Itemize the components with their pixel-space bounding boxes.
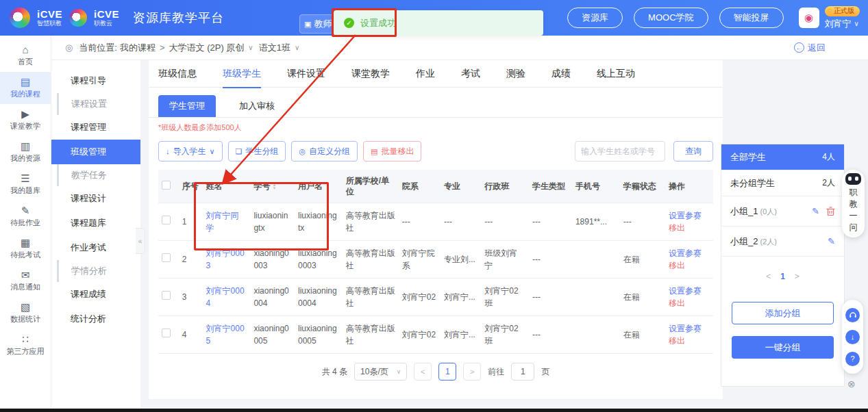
menu-item-homework-exams[interactable]: 作业考试: [51, 235, 140, 260]
set-contest-link[interactable]: 设置参赛: [669, 322, 710, 335]
icve-zhihui-logo-icon: [10, 8, 30, 28]
icve-zhijiaoyun-logo-icon: [69, 9, 87, 27]
help-question-icon[interactable]: ?: [845, 352, 860, 366]
prev-page-button[interactable]: <: [414, 363, 432, 381]
batch-remove-button[interactable]: ▤ 批量移出: [363, 141, 421, 162]
sidebar-item-home[interactable]: ⌂ 首页: [0, 40, 51, 72]
page-number-button[interactable]: 1: [780, 272, 785, 281]
select-all-checkbox[interactable]: [162, 181, 171, 190]
breadcrumb-my-courses[interactable]: 我的课程: [120, 42, 156, 54]
menu-group-course-settings: 课程设置: [57, 93, 140, 115]
sidebar-item-pending-exams[interactable]: ▦ 待批考试: [0, 233, 51, 265]
group-row-group1[interactable]: 小组_1(0人) ✎: [721, 196, 844, 227]
menu-item-course-design[interactable]: 课程设计: [51, 186, 140, 211]
subtab-student-management[interactable]: 学生管理: [158, 95, 216, 117]
set-contest-link[interactable]: 设置参赛: [669, 209, 710, 222]
sort-icon[interactable]: ▲▼: [272, 183, 276, 190]
chevron-down-icon: ∨: [397, 368, 401, 375]
mooc-academy-button[interactable]: MOOC学院: [634, 8, 708, 28]
sidebar-item-third-party-apps[interactable]: ∷ 第三方应用: [0, 329, 51, 361]
table-pagination: 共 4 条 10条/页 ∨ < 1 > 前往 页: [149, 354, 723, 389]
remove-link[interactable]: 移出: [669, 222, 710, 234]
remove-link[interactable]: 移出: [669, 259, 710, 272]
student-search-input[interactable]: [575, 141, 665, 162]
remove-link[interactable]: 移出: [669, 335, 710, 347]
table-header-row: 序号 姓名 学号▲▼ 用户名 所属学校/单位 院系 专业 行政班 学生类型 手机…: [158, 170, 713, 203]
resource-library-button[interactable]: 资源库: [567, 8, 623, 28]
row-checkbox[interactable]: [162, 329, 171, 337]
student-name-link[interactable]: 刘宵宁同学: [206, 211, 239, 233]
next-page-button[interactable]: >: [463, 363, 481, 381]
menu-item-statistical-analysis[interactable]: 统计分析: [51, 307, 140, 331]
row-checkbox[interactable]: [162, 291, 171, 300]
row-checkbox[interactable]: [162, 253, 171, 262]
menu-item-course-grades[interactable]: 课程成绩: [51, 282, 140, 307]
sidebar-item-data-statistics[interactable]: ▧ 数据统计: [0, 297, 51, 329]
close-float-icon[interactable]: ⊗: [847, 378, 856, 389]
student-name-link[interactable]: 刘宵宁0004: [206, 286, 245, 308]
col-student-type: 学生类型: [529, 170, 572, 203]
smart-cast-button[interactable]: 智能投屏: [719, 8, 784, 28]
row-checkbox[interactable]: [162, 216, 171, 224]
sidebar-item-classroom-teaching[interactable]: ▶ 课堂教学: [0, 104, 51, 136]
tab-grades[interactable]: 成绩: [551, 60, 571, 88]
app-window: iCVE 智慧职教 iCVE 职教云 资源库教学平台 资源库 MOOC学院 智能…: [0, 0, 868, 412]
customer-service-icon[interactable]: [845, 308, 860, 322]
tab-class-students[interactable]: 班级学生: [223, 60, 261, 88]
set-contest-link[interactable]: 设置参赛: [669, 285, 710, 297]
set-contest-link[interactable]: 设置参赛: [669, 247, 710, 259]
brand2-name: iCVE: [94, 9, 119, 19]
menu-item-class-management[interactable]: 班级管理: [51, 140, 140, 164]
sidebar-item-question-bank[interactable]: ☰ 我的题库: [0, 168, 51, 201]
sidebar-item-pending-homework[interactable]: ✎ 待批作业: [0, 201, 51, 233]
menu-item-course-question-bank[interactable]: 课程题库: [51, 211, 140, 235]
breadcrumb-class[interactable]: 语文1班: [259, 42, 290, 54]
download-cloud-icon[interactable]: ↓: [845, 330, 860, 344]
sidebar-item-my-resources[interactable]: ▥ 我的资源: [0, 136, 51, 168]
page-number-button[interactable]: 1: [438, 363, 456, 381]
custom-grouping-button[interactable]: ◎ 自定义分组: [291, 141, 358, 162]
tab-homework[interactable]: 作业: [416, 60, 435, 88]
tab-quiz[interactable]: 测验: [506, 60, 525, 88]
chevron-down-icon[interactable]: ∨: [248, 44, 253, 51]
tab-online-interaction[interactable]: 线上互动: [597, 60, 635, 88]
user-menu[interactable]: 刘宵宁 ∨: [825, 18, 859, 30]
import-students-button[interactable]: ↓ 导入学生 ∨: [158, 141, 223, 162]
group-row-group2[interactable]: 小组_2(2人) ✎: [721, 227, 844, 257]
tab-classroom-teaching[interactable]: 课堂教学: [351, 60, 390, 88]
teacher-space-button[interactable]: ▣ 教师: [299, 14, 336, 34]
student-name-link[interactable]: 刘宵宁0005: [206, 324, 245, 346]
chevron-down-icon[interactable]: ∨: [295, 44, 299, 51]
student-grouping-button[interactable]: ❏ 学生分组: [228, 141, 286, 162]
group-row-ungrouped[interactable]: 未分组学生 2人: [721, 170, 844, 196]
sidebar-collapse-handle[interactable]: «: [136, 228, 145, 254]
edit-group-icon[interactable]: ✎: [828, 236, 835, 246]
list-icon: ☰: [21, 173, 29, 183]
next-page-button[interactable]: >: [795, 272, 799, 281]
edit-group-icon[interactable]: ✎: [812, 206, 819, 216]
menu-item-course-guide[interactable]: 课程引导: [51, 68, 140, 93]
sidebar-item-my-courses[interactable]: ▤ 我的课程: [0, 72, 51, 104]
add-group-button[interactable]: 添加分组: [732, 302, 834, 324]
back-button[interactable]: ← 返回: [794, 42, 826, 54]
user-avatar[interactable]: ◉: [799, 8, 819, 28]
student-name-link[interactable]: 刘宵宁0003: [206, 248, 245, 270]
menu-item-course-management[interactable]: 课程管理: [51, 115, 140, 140]
col-admin-class: 行政班: [481, 170, 529, 203]
remove-link[interactable]: 移出: [669, 297, 710, 309]
assistant-widget[interactable]: 职 教 一 问: [842, 170, 865, 237]
one-click-group-button[interactable]: 一键分组: [732, 336, 834, 359]
page-size-select[interactable]: 10条/页 ∨: [354, 363, 407, 381]
breadcrumb-course[interactable]: 大学语文 (2P) 原创: [169, 42, 245, 54]
group-row-all-students[interactable]: 全部学生 4人: [721, 144, 844, 170]
goto-page-input[interactable]: [511, 363, 534, 381]
tab-class-info[interactable]: 班级信息: [158, 60, 197, 88]
user-area[interactable]: ◉ ● 正式版 刘宵宁 ∨: [799, 6, 860, 30]
query-button[interactable]: 查询: [673, 141, 713, 162]
tab-exam[interactable]: 考试: [461, 60, 480, 88]
prev-page-button[interactable]: <: [766, 272, 771, 281]
tab-courseware-settings[interactable]: 课件设置: [287, 60, 325, 88]
sidebar-item-messages[interactable]: ✉ 消息通知: [0, 265, 51, 297]
subtab-join-review[interactable]: 加入审核: [230, 95, 284, 117]
trash-icon[interactable]: [826, 207, 835, 216]
